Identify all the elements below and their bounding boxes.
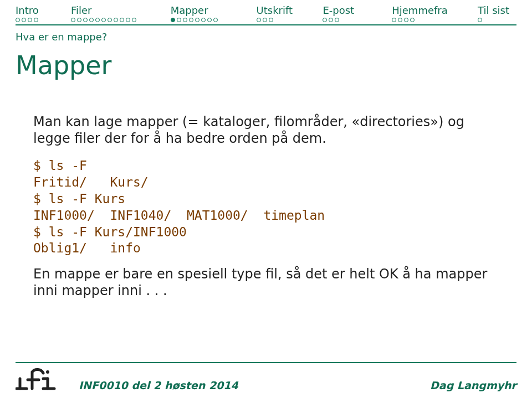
progress-dot-icon [34,18,38,22]
progress-dot-icon [114,18,118,22]
progress-dot-icon [410,18,415,22]
nav-label: Utskrift [257,4,293,17]
progress-dot-icon [101,18,106,22]
progress-dot-icon [183,18,187,22]
nav-progress-dots [257,18,273,22]
nav-progress-dots [478,18,482,22]
nav-label: E-post [323,4,354,17]
nav-label: Filer [71,4,92,17]
footer: INF0010 del 2 høsten 2014 Dag Langmyhr [0,362,532,398]
footer-left-text: INF0010 del 2 høsten 2014 [79,379,417,391]
progress-dot-icon [71,18,75,22]
progress-dot-icon [28,18,32,22]
slide-content: Man kan lage mapper (= kataloger, filomr… [33,113,499,299]
progress-dot-icon [201,18,206,22]
nav-progress-dots [16,18,38,22]
progress-dot-icon [404,18,408,22]
nav-rule [16,24,516,25]
progress-dot-icon [171,18,175,22]
nav-item-intro[interactable]: Intro [16,4,71,22]
nav-progress-dots [171,18,218,22]
progress-dot-icon [108,18,112,22]
slide-subtitle: Hva er en mappe? [16,31,532,43]
nav-bar: IntroFilerMapperUtskriftE-postHjemmefraT… [0,0,532,22]
paragraph-2: En mappe er bare en spesiell type fil, s… [33,266,499,299]
progress-dot-icon [189,18,193,22]
nav-item-til-sist[interactable]: Til sist [478,4,516,22]
progress-dot-icon [95,18,100,22]
nav-label: Til sist [478,4,509,17]
nav-label: Mapper [171,4,208,17]
svg-point-4 [46,370,49,374]
progress-dot-icon [22,18,26,22]
progress-dot-icon [263,18,267,22]
code-block: $ ls -F Fritid/ Kurs/ $ ls -F Kurs INF10… [33,158,499,257]
progress-dot-icon [323,18,327,22]
nav-item-hjemmefra[interactable]: Hjemmefra [392,4,478,22]
ifi-logo-icon [16,366,65,391]
nav-progress-dots [71,18,136,22]
progress-dot-icon [16,18,20,22]
progress-dot-icon [120,18,124,22]
progress-dot-icon [89,18,94,22]
nav-item-utskrift[interactable]: Utskrift [257,4,323,22]
progress-dot-icon [126,18,130,22]
paragraph-1: Man kan lage mapper (= kataloger, filomr… [33,113,499,147]
nav-item-mapper[interactable]: Mapper [171,4,257,22]
progress-dot-icon [132,18,136,22]
slide-title: Mapper [16,50,532,80]
progress-dot-icon [335,18,339,22]
footer-rule [16,362,516,363]
nav-progress-dots [323,18,339,22]
progress-dot-icon [177,18,181,22]
progress-dot-icon [269,18,273,22]
progress-dot-icon [257,18,261,22]
progress-dot-icon [329,18,333,22]
nav-progress-dots [392,18,415,22]
progress-dot-icon [398,18,402,22]
nav-label: Intro [16,4,39,17]
nav-item-e-post[interactable]: E-post [323,4,392,22]
progress-dot-icon [195,18,200,22]
progress-dot-icon [392,18,396,22]
progress-dot-icon [83,18,88,22]
progress-dot-icon [213,18,218,22]
footer-right-text: Dag Langmyhr [430,379,516,391]
nav-item-filer[interactable]: Filer [71,4,171,22]
progress-dot-icon [77,18,81,22]
progress-dot-icon [207,18,212,22]
progress-dot-icon [478,18,482,22]
nav-label: Hjemmefra [392,4,448,17]
